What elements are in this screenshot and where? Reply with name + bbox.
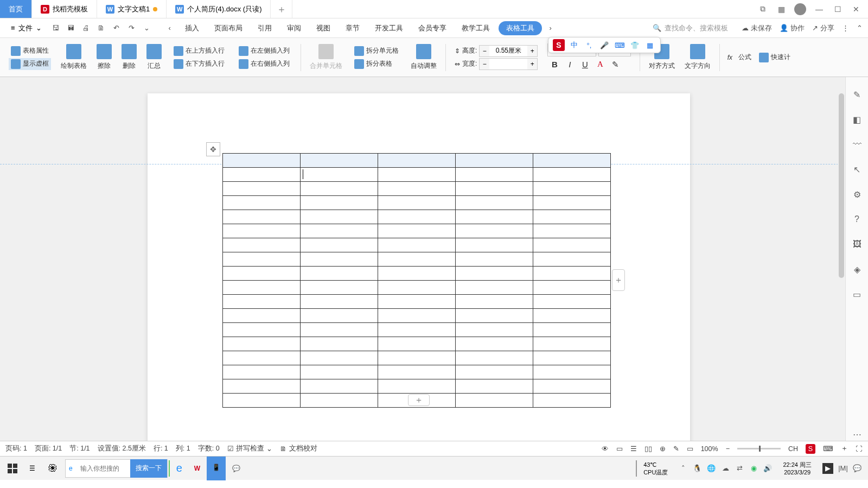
ime-punct-icon[interactable]: °, [583,39,595,51]
collab-button[interactable]: 👤协作 [780,23,805,33]
tab-template[interactable]: D找稻壳模板 [32,0,97,18]
taskbar-temperature[interactable]: 43℃ CPU温度 [638,461,673,476]
save-as-icon[interactable]: 🖬 [65,22,78,35]
zoom-in[interactable]: ＋ [841,444,848,453]
status-page-no[interactable]: 页码: 1 [5,444,27,453]
status-row[interactable]: 行: 1 [154,444,168,453]
width-plus[interactable]: + [527,59,537,69]
add-column-button[interactable]: ＋ [612,269,625,291]
more-icon[interactable]: ⋮ [842,24,849,32]
reading-layout-icon[interactable]: ⧉ [757,4,768,15]
status-page[interactable]: 页面: 1/1 [35,444,62,453]
side-device-icon[interactable]: ▭ [851,288,864,301]
width-stepper[interactable]: − + [479,58,538,70]
proofread-button[interactable]: 🗎文档校对 [280,444,317,453]
menu-premium[interactable]: 会员专享 [412,20,453,36]
tray-action-center-icon[interactable]: 💬 [853,464,861,473]
window-close[interactable]: ✕ [851,4,861,15]
menu-insert[interactable]: 插入 [178,20,206,36]
taskbar-search[interactable]: e 搜索一下 [65,459,168,478]
side-pen-icon[interactable]: ✎ [851,88,864,101]
taskbar-clock[interactable]: 22:24 周三 2023/3/29 [777,461,817,476]
ime-voice-icon[interactable]: 🎤 [598,39,610,51]
width-input[interactable] [489,59,527,69]
add-row-button[interactable]: ＋ [408,394,430,406]
side-wave-icon[interactable]: 〰 [851,138,864,151]
app-swirl-icon[interactable]: ֍ [42,457,64,480]
font-color-button[interactable]: A [593,58,607,72]
side-select-icon[interactable]: ↖ [851,163,864,176]
table-properties-button[interactable]: 表格属性 [9,45,51,57]
view-outline-icon[interactable]: ☰ [630,445,637,453]
zoom-slider[interactable] [737,448,781,449]
keyboard-indicator-icon[interactable]: ⌨ [823,445,833,453]
table-move-handle[interactable]: ✥ [206,142,220,156]
menu-section[interactable]: 章节 [339,20,366,36]
height-plus[interactable]: + [527,46,537,56]
status-lang[interactable]: CH [788,445,798,453]
ime-indicator-icon[interactable]: S [806,444,815,454]
ime-apps-icon[interactable]: ▦ [644,39,656,51]
ime-toolbar[interactable]: S 中 °, 🎤 ⌨ 👕 ▦ [548,37,661,53]
side-image-icon[interactable]: 🖼 [851,238,864,251]
merge-cells-button[interactable]: 合并单元格 [307,42,346,73]
insert-row-above-button[interactable]: 在上方插入行 [171,45,227,57]
window-maximize[interactable]: ☐ [832,4,843,15]
split-cells-button[interactable]: 拆分单元格 [352,45,401,57]
quick-calc-button[interactable]: 快速计 [757,52,793,64]
menu-page-layout[interactable]: 页面布局 [208,20,249,36]
collapse-ribbon-icon[interactable]: ⌃ [857,24,863,32]
draw-table-button[interactable]: 绘制表格 [58,42,90,73]
avatar[interactable] [794,3,806,15]
summary-button[interactable]: 汇总 [143,42,165,73]
insert-row-below-button[interactable]: 在下方插入行 [171,58,227,70]
tab-doc1[interactable]: W文字文稿1 [97,0,167,18]
apps-icon[interactable]: ▦ [776,4,787,15]
taskbar-wps-icon[interactable]: W [189,457,206,480]
unsaved-button[interactable]: ☁未保存 [742,23,772,33]
view-read-icon[interactable]: ▯▯ [644,445,652,453]
autofit-button[interactable]: 自动调整 [407,42,440,73]
tab-home[interactable]: 首页 [0,0,32,18]
menu-view[interactable]: 视图 [310,20,337,36]
height-minus[interactable]: − [480,46,489,56]
vertical-scrollbar[interactable] [838,77,845,441]
fullscreen-icon[interactable]: ⛶ [856,445,863,453]
redo-icon[interactable]: ↷ [125,22,138,35]
share-button[interactable]: ↗分享 [812,23,834,33]
nav-right-icon[interactable]: › [544,22,557,35]
tray-qq-icon[interactable]: 🐧 [693,464,701,473]
side-more-icon[interactable]: ⋯ [851,428,864,441]
tray-notif1-icon[interactable]: ▶ [822,463,833,474]
status-col[interactable]: 列: 1 [176,444,190,453]
tray-notif2-icon[interactable]: |M| [839,464,847,473]
file-menu[interactable]: ≡文件⌄ [5,21,47,35]
ime-keyboard-icon[interactable]: ⌨ [614,39,626,51]
menu-review[interactable]: 审阅 [280,20,308,36]
taskbar-search-go[interactable]: 搜索一下 [130,459,167,478]
taskbar-app-active[interactable]: 📱 [207,457,226,480]
ime-lang[interactable]: 中 [568,39,580,51]
taskview-icon[interactable]: ☰ [24,457,41,480]
window-minimize[interactable]: — [814,4,825,15]
tray-360-icon[interactable]: ◉ [749,464,758,473]
view-web-icon[interactable]: ⊕ [660,445,666,453]
nav-left-icon[interactable]: ‹ [163,22,176,35]
eyecare-icon[interactable]: 👁 [602,445,609,453]
highlight-button[interactable]: ✎ [608,58,622,72]
scrollbar-thumb[interactable] [839,93,844,278]
save-icon[interactable]: 🖫 [49,22,62,35]
status-words[interactable]: 字数: 0 [198,444,220,453]
view-page-icon[interactable]: ▭ [616,445,623,453]
ime-skin-icon[interactable]: 👕 [629,39,641,51]
formula-button[interactable]: fx 公式 [725,52,754,63]
delete-button[interactable]: 删除 [118,42,140,73]
menu-table-tools[interactable]: 表格工具 [499,21,542,35]
taskbar-ie-icon[interactable]: e [171,457,188,480]
eraser-button[interactable]: 擦除 [93,42,115,73]
zoom-value[interactable]: 100% [701,445,718,453]
menu-teaching[interactable]: 教学工具 [455,20,496,36]
tray-transfer-icon[interactable]: ⇄ [735,464,744,473]
height-stepper[interactable]: − + [479,45,538,57]
undo-icon[interactable]: ↶ [110,22,123,35]
